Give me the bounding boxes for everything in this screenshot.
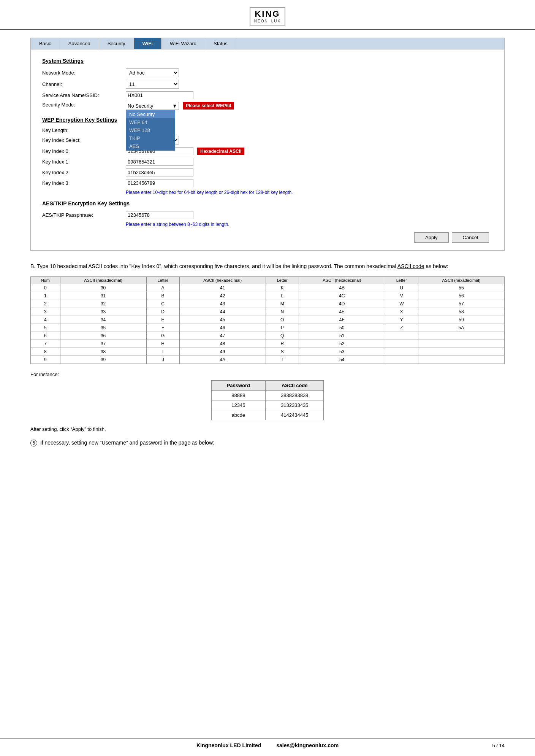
password-section: For instance: Password ASCII code 888883… xyxy=(30,372,505,420)
table-cell xyxy=(385,332,418,340)
table-cell: Q xyxy=(266,332,299,340)
table-cell: 3 xyxy=(31,308,60,316)
table-row: 123453132333435 xyxy=(211,400,324,410)
table-row: 737H48R52 xyxy=(31,340,505,348)
table-cell: 38 xyxy=(60,348,146,356)
table-cell: J xyxy=(146,356,179,364)
key-index-3-input[interactable] xyxy=(126,179,193,187)
aes-settings-title: AES/TKIP Encryption Key Settings xyxy=(42,200,493,206)
table-cell xyxy=(418,332,504,340)
table-cell: O xyxy=(266,316,299,324)
table-cell: 4A xyxy=(179,356,266,364)
logo: KING NEON LUX xyxy=(250,7,285,25)
key-index-1-input[interactable] xyxy=(126,158,193,166)
passphrase-input[interactable] xyxy=(126,211,193,219)
tab-advanced[interactable]: Advanced xyxy=(60,38,99,49)
table-row: 939J4AT54 xyxy=(31,356,505,364)
desc-b-text2: as below: xyxy=(424,263,448,269)
tab-status[interactable]: Status xyxy=(205,38,236,49)
table-cell: I xyxy=(146,348,179,356)
dropdown-item-aes[interactable]: AES xyxy=(126,142,175,150)
table-cell: R xyxy=(266,340,299,348)
tab-wifi[interactable]: WiFi xyxy=(134,38,161,49)
tab-bar: Basic Advanced Security WiFi WiFi Wizard… xyxy=(31,38,504,49)
tab-basic[interactable]: Basic xyxy=(31,38,60,49)
ascii-header-hex3: ASCII (hexadecimal) xyxy=(299,277,385,284)
security-mode-dropdown[interactable]: No Security ▼ No Security WEP 64 WEP 128… xyxy=(126,102,179,110)
dropdown-item-wep64[interactable]: WEP 64 xyxy=(126,118,175,126)
table-cell: W xyxy=(385,300,418,308)
tab-wifi-wizard[interactable]: WiFi Wizard xyxy=(161,38,205,49)
dropdown-arrow-icon: ▼ xyxy=(172,103,177,109)
security-dropdown-list: No Security WEP 64 WEP 128 TKIP AES xyxy=(126,110,175,151)
table-cell: 7 xyxy=(31,340,60,348)
table-cell: 12345 xyxy=(211,400,265,410)
key-length-label: Key Length: xyxy=(42,127,126,133)
table-cell: 30 xyxy=(60,284,146,292)
table-cell: 57 xyxy=(418,300,504,308)
table-row: 535F46P50Z5A xyxy=(31,324,505,332)
channel-select[interactable]: 11 xyxy=(126,80,179,89)
wep-badge: Please select WEP64 xyxy=(183,102,234,110)
table-cell: 42 xyxy=(179,292,266,300)
table-cell: 9 xyxy=(31,356,60,364)
table-cell: 4C xyxy=(299,292,385,300)
key-index-2-label: Key Index 2: xyxy=(42,170,126,175)
table-cell: 33 xyxy=(60,308,146,316)
desc-b-underline: ASCII code xyxy=(397,263,424,269)
logo-title: KING xyxy=(255,9,280,19)
footer-email: sales@kingneonlux.com xyxy=(276,742,339,748)
table-cell: N xyxy=(266,308,299,316)
system-settings-title: System Settings xyxy=(42,58,493,64)
table-cell xyxy=(418,348,504,356)
key-index-2-row: Key Index 2: xyxy=(42,168,493,176)
panel-body: System Settings Network Mode: Ad hoc Cha… xyxy=(31,49,504,250)
table-cell xyxy=(385,348,418,356)
key-index-2-input[interactable] xyxy=(126,168,193,176)
table-cell: 50 xyxy=(299,324,385,332)
table-cell: 58 xyxy=(418,308,504,316)
logo-neon: NEON xyxy=(254,19,268,23)
main-content: Basic Advanced Security WiFi WiFi Wizard… xyxy=(0,30,535,462)
table-row: 636G47Q51 xyxy=(31,332,505,340)
apply-button[interactable]: Apply xyxy=(414,232,449,243)
key-index-1-label: Key Index 1: xyxy=(42,159,126,165)
step5-desc: If necessary, setting new “Username” and… xyxy=(40,440,214,446)
table-cell: 44 xyxy=(179,308,266,316)
table-cell: 55 xyxy=(418,284,504,292)
table-cell: 2 xyxy=(31,300,60,308)
channel-label: Channel: xyxy=(42,81,126,87)
tab-security[interactable]: Security xyxy=(99,38,134,49)
ssid-row: Service Area Name/SSID: xyxy=(42,91,493,99)
table-cell xyxy=(385,340,418,348)
key-length-row: Key Length: xyxy=(42,127,493,133)
dropdown-item-tkip[interactable]: TKIP xyxy=(126,134,175,142)
ascii-header-hex1: ASCII (hexadecimal) xyxy=(60,277,146,284)
network-mode-select[interactable]: Ad hoc xyxy=(126,68,179,77)
ascii-table: Num ASCII (hexadecimal) Letter ASCII (he… xyxy=(30,276,505,364)
table-cell: 48 xyxy=(179,340,266,348)
desc-b-text1: B. Type 10 hexadecimal ASCII codes into … xyxy=(30,263,397,269)
dropdown-item-no-security[interactable]: No Security xyxy=(126,110,175,118)
table-cell: 39 xyxy=(60,356,146,364)
ascii-header-hex4: ASCII (hexadecimal) xyxy=(418,277,504,284)
table-cell: 4D xyxy=(299,300,385,308)
cancel-button[interactable]: Cancel xyxy=(452,232,489,243)
table-cell: S xyxy=(266,348,299,356)
table-cell: F xyxy=(146,324,179,332)
table-cell: T xyxy=(266,356,299,364)
table-cell: 49 xyxy=(179,348,266,356)
table-cell: 52 xyxy=(299,340,385,348)
table-cell: 5A xyxy=(418,324,504,332)
table-cell: 6 xyxy=(31,332,60,340)
dropdown-item-wep128[interactable]: WEP 128 xyxy=(126,126,175,134)
network-mode-label: Network Mode: xyxy=(42,70,126,76)
ascii-header-num: Num xyxy=(31,277,60,284)
table-cell: 3838383838 xyxy=(266,391,324,400)
key-index-0-row: Key Index 0: Hexadecimal ASCII xyxy=(42,147,493,155)
security-mode-value[interactable]: No Security ▼ xyxy=(126,102,179,110)
table-cell: B xyxy=(146,292,179,300)
passphrase-label: AES/TKIP Passphrase: xyxy=(42,212,126,218)
table-cell xyxy=(385,356,418,364)
ssid-input[interactable] xyxy=(126,91,193,99)
